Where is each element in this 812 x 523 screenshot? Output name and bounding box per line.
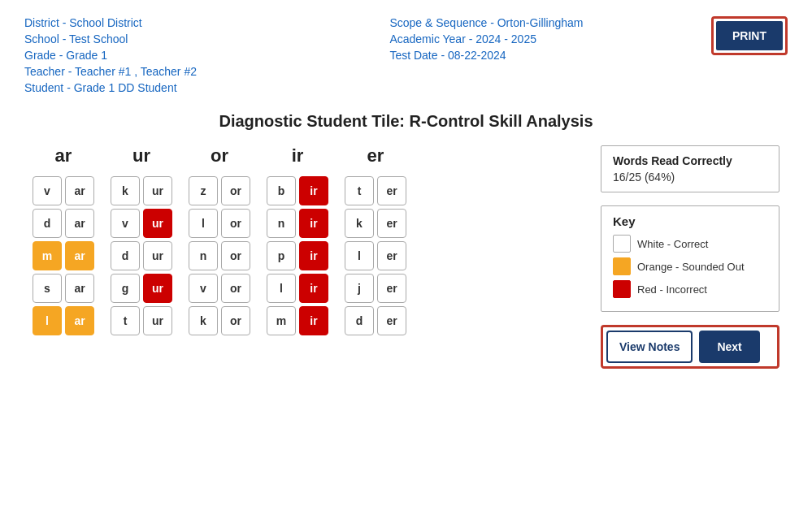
print-button-wrapper: PRINT bbox=[711, 16, 788, 55]
tile: ur bbox=[143, 306, 172, 335]
tile: ir bbox=[299, 274, 328, 303]
next-button[interactable]: Next bbox=[699, 331, 759, 363]
right-panel: Words Read Correctly 16/25 (64%) Key Whi… bbox=[601, 145, 779, 369]
tile-row: nor bbox=[189, 241, 250, 270]
tile: or bbox=[221, 176, 250, 205]
header-left: District - School District School - Test… bbox=[24, 16, 197, 97]
tile: v bbox=[33, 176, 62, 205]
tile: t bbox=[111, 306, 140, 335]
tile: ar bbox=[65, 306, 94, 335]
tile-row: mir bbox=[267, 306, 328, 335]
tile: er bbox=[377, 209, 406, 238]
red-swatch bbox=[613, 280, 631, 298]
tile-row: nir bbox=[267, 209, 328, 238]
words-read-label: Words Read Correctly bbox=[613, 154, 767, 167]
student-label: Student - Grade 1 DD Student bbox=[24, 81, 197, 94]
tile: v bbox=[111, 209, 140, 238]
tile: l bbox=[267, 274, 296, 303]
tile: d bbox=[111, 241, 140, 270]
column-header: ar bbox=[55, 145, 72, 166]
tile: g bbox=[111, 274, 140, 303]
tile: k bbox=[189, 306, 218, 335]
tile-row: lar bbox=[33, 306, 94, 335]
tile: d bbox=[33, 209, 62, 238]
page-title: Diagnostic Student Tile: R-Control Skill… bbox=[24, 112, 788, 131]
tile: l bbox=[345, 241, 374, 270]
tile-row: ker bbox=[345, 209, 406, 238]
tiles-area: arvardarmarsarlarurkurvurdurgurturorzorl… bbox=[33, 145, 406, 335]
tile: ur bbox=[143, 241, 172, 270]
action-buttons-wrapper: View Notes Next bbox=[601, 325, 779, 369]
grade-label: Grade - Grade 1 bbox=[24, 49, 197, 62]
tile-row: dar bbox=[33, 209, 94, 238]
tile-row: zor bbox=[189, 176, 250, 205]
view-notes-button[interactable]: View Notes bbox=[606, 331, 693, 363]
header-center: Scope & Sequence - Orton-Gillingham Acad… bbox=[389, 16, 583, 65]
tile: ar bbox=[65, 209, 94, 238]
tile: n bbox=[267, 209, 296, 238]
tile: ur bbox=[143, 274, 172, 303]
tile-row: bir bbox=[267, 176, 328, 205]
column-header: er bbox=[367, 145, 384, 166]
main-content: arvardarmarsarlarurkurvurdurgurturorzorl… bbox=[24, 145, 788, 369]
tile: l bbox=[189, 209, 218, 238]
header: District - School District School - Test… bbox=[24, 16, 788, 97]
tile: k bbox=[345, 209, 374, 238]
orange-swatch bbox=[613, 257, 631, 275]
tile: er bbox=[377, 241, 406, 270]
tile: ir bbox=[299, 241, 328, 270]
tile: ir bbox=[299, 176, 328, 205]
tile-row: kur bbox=[111, 176, 172, 205]
words-read-box: Words Read Correctly 16/25 (64%) bbox=[601, 145, 779, 192]
tile-row: ler bbox=[345, 241, 406, 270]
key-box: Key White - Correct Orange - Sounded Out… bbox=[601, 205, 779, 312]
tile: ur bbox=[143, 176, 172, 205]
tile-row: ter bbox=[345, 176, 406, 205]
tile: or bbox=[221, 209, 250, 238]
tile-row: mar bbox=[33, 241, 94, 270]
tile: or bbox=[221, 274, 250, 303]
tile-row: gur bbox=[111, 274, 172, 303]
tile: er bbox=[377, 176, 406, 205]
page: District - School District School - Test… bbox=[0, 0, 812, 523]
tile-row: vor bbox=[189, 274, 250, 303]
tile-row: sar bbox=[33, 274, 94, 303]
tile: v bbox=[189, 274, 218, 303]
key-item-orange: Orange - Sounded Out bbox=[613, 257, 767, 275]
scope-label: Scope & Sequence - Orton-Gillingham bbox=[389, 16, 583, 29]
words-read-value: 16/25 (64%) bbox=[613, 171, 767, 184]
white-label: White - Correct bbox=[637, 238, 708, 250]
tile-row: tur bbox=[111, 306, 172, 335]
tile: d bbox=[345, 306, 374, 335]
orange-label: Orange - Sounded Out bbox=[637, 261, 745, 273]
tile: p bbox=[267, 241, 296, 270]
tile-row: var bbox=[33, 176, 94, 205]
tile-column-ur: urkurvurdurgurtur bbox=[111, 145, 172, 335]
tile: z bbox=[189, 176, 218, 205]
tile: or bbox=[221, 241, 250, 270]
tile-column-ir: irbirnirpirlirmir bbox=[267, 145, 328, 335]
print-button[interactable]: PRINT bbox=[716, 21, 783, 50]
tile-column-er: erterkerlerjerder bbox=[345, 145, 406, 335]
academic-year-label: Academic Year - 2024 - 2025 bbox=[389, 32, 583, 45]
tile-row: kor bbox=[189, 306, 250, 335]
key-item-white: White - Correct bbox=[613, 235, 767, 253]
tile: s bbox=[33, 274, 62, 303]
tile-row: der bbox=[345, 306, 406, 335]
key-title: Key bbox=[613, 214, 767, 228]
tile: ur bbox=[143, 209, 172, 238]
column-header: ur bbox=[132, 145, 150, 166]
tile: ar bbox=[65, 274, 94, 303]
tile: n bbox=[189, 241, 218, 270]
tile: or bbox=[221, 306, 250, 335]
tile: ir bbox=[299, 306, 328, 335]
white-swatch bbox=[613, 235, 631, 253]
tile-row: lir bbox=[267, 274, 328, 303]
tile: t bbox=[345, 176, 374, 205]
key-item-red: Red - Incorrect bbox=[613, 280, 767, 298]
tile: k bbox=[111, 176, 140, 205]
teacher-label: Teacher - Teacher #1 , Teacher #2 bbox=[24, 65, 197, 78]
tile-row: jer bbox=[345, 274, 406, 303]
test-date-label: Test Date - 08-22-2024 bbox=[389, 49, 583, 62]
tile-row: lor bbox=[189, 209, 250, 238]
